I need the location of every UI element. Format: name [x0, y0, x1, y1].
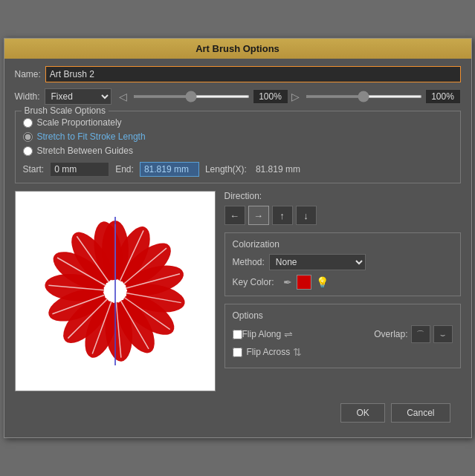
name-row: Name: — [15, 66, 461, 82]
slider1[interactable] — [133, 95, 250, 98]
flip-across-checkbox[interactable] — [233, 348, 242, 357]
brush-scale-group: Brush Scale Options Scale Proportionatel… — [15, 111, 461, 183]
right-panel: Direction: ← → ↑ ↓ Colorization Method: … — [224, 191, 461, 391]
preview-box — [15, 191, 216, 391]
method-label: Method: — [233, 257, 265, 267]
flip-across-icon: ⇅ — [293, 346, 302, 358]
start-label: Start: — [23, 164, 45, 175]
direction-label: Direction: — [224, 191, 461, 201]
flip-across-label: Flip Across — [247, 347, 291, 357]
brush-scale-label: Brush Scale Options — [22, 105, 109, 116]
flip-along-left: Flip Along ⇌ — [233, 328, 294, 340]
right-arrow-icon: ▷ — [291, 91, 300, 102]
direction-section: Direction: ← → ↑ ↓ — [224, 191, 461, 225]
art-brush-options-dialog: Art Brush Options Name: Width: Fixed Pre… — [4, 38, 472, 438]
overlap-btn-convex[interactable]: ⌣ — [433, 325, 453, 343]
cancel-button[interactable]: Cancel — [391, 403, 450, 423]
brush-preview-svg — [26, 202, 204, 380]
dir-btn-down[interactable]: ↓ — [296, 206, 317, 225]
direction-buttons: ← → ↑ ↓ — [224, 206, 461, 225]
slider2[interactable] — [306, 95, 422, 98]
colorization-section: Colorization Method: None Tints Tints an… — [224, 232, 461, 296]
footer: OK Cancel — [15, 399, 461, 430]
left-arrow-icon: ◁ — [119, 91, 127, 102]
end-label: End: — [115, 164, 134, 175]
radio-stretch-fit-label: Stretch to Fit Stroke Length — [37, 131, 146, 142]
radio-scale-prop-input[interactable] — [23, 118, 33, 128]
width-select[interactable]: Fixed Pressure Stylus Wheel — [45, 88, 112, 105]
length-value: 81.819 mm — [256, 164, 300, 175]
start-input[interactable] — [50, 162, 109, 177]
method-select[interactable]: None Tints Tints and Shades Hue Shift — [269, 254, 366, 270]
main-content: Direction: ← → ↑ ↓ Colorization Method: … — [15, 191, 461, 391]
title-bar: Art Brush Options — [4, 39, 471, 59]
ok-button[interactable]: OK — [340, 403, 385, 423]
flip-along-row: Flip Along ⇌ Overlap: ⌒ ⌣ — [233, 325, 453, 343]
dir-btn-up[interactable]: ↑ — [272, 206, 293, 225]
length-label: Length(X): — [205, 164, 247, 175]
dialog-title: Art Brush Options — [196, 43, 279, 54]
overlap-btn-concave[interactable]: ⌒ — [411, 325, 430, 343]
options-title: Options — [233, 310, 453, 321]
overlap-controls: Overlap: ⌒ ⌣ — [374, 325, 452, 343]
radio-stretch-guides-input[interactable] — [23, 146, 33, 156]
slider1-value: 100% — [253, 89, 288, 104]
key-color-swatch[interactable] — [297, 275, 311, 290]
end-input[interactable] — [140, 162, 199, 177]
key-color-label: Key Color: — [233, 277, 274, 287]
radio-stretch-guides-label: Stretch Between Guides — [37, 146, 133, 156]
flip-along-checkbox[interactable] — [233, 330, 242, 339]
key-color-row: Key Color: ✒ 💡 — [233, 275, 453, 290]
flip-along-icon: ⇌ — [284, 328, 293, 340]
flip-across-row: Flip Across ⇅ — [233, 346, 453, 358]
colorization-title: Colorization — [233, 239, 453, 250]
dir-btn-left[interactable]: ← — [224, 206, 245, 225]
flip-along-label: Flip Along — [242, 329, 282, 339]
radio-stretch-guides[interactable]: Stretch Between Guides — [23, 146, 453, 156]
slider2-value: 100% — [425, 89, 461, 104]
dialog-body: Name: Width: Fixed Pressure Stylus Wheel… — [4, 59, 471, 437]
radio-scale-prop-label: Scale Proportionately — [37, 117, 122, 128]
overlap-label: Overlap: — [374, 329, 407, 339]
options-section: Options Flip Along ⇌ Overlap: ⌒ ⌣ — [224, 304, 461, 368]
dir-btn-right[interactable]: → — [248, 206, 269, 225]
start-end-row: Start: End: Length(X): 81.819 mm — [23, 162, 453, 177]
eyedropper-icon[interactable]: ✒ — [283, 276, 292, 288]
width-row: Width: Fixed Pressure Stylus Wheel ◁ 100… — [15, 88, 461, 105]
slider1-area — [130, 95, 253, 98]
name-label: Name: — [15, 69, 41, 79]
name-input[interactable] — [45, 66, 461, 82]
tip-icon[interactable]: 💡 — [316, 276, 329, 288]
method-row: Method: None Tints Tints and Shades Hue … — [233, 254, 453, 270]
slider2-area — [303, 95, 425, 98]
width-label: Width: — [15, 91, 40, 102]
radio-stretch-fit-input[interactable] — [23, 132, 33, 142]
radio-stretch-fit[interactable]: Stretch to Fit Stroke Length — [23, 131, 453, 142]
radio-scale-proportionately[interactable]: Scale Proportionately — [23, 117, 453, 128]
